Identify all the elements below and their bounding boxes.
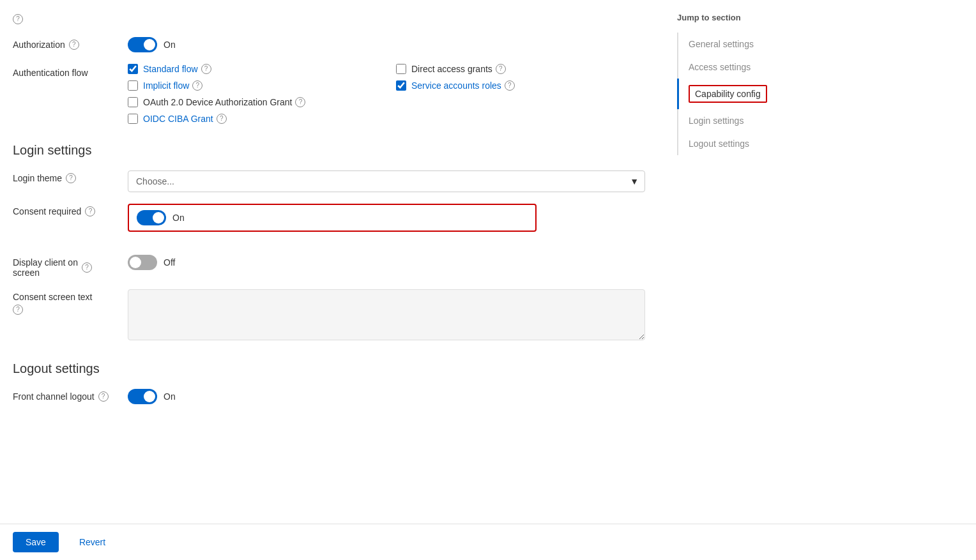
authentication-flow-label: Authentication flow bbox=[13, 64, 128, 78]
front-channel-logout-label-val: On bbox=[164, 391, 176, 402]
oidc-ciba-item: OIDC CIBA Grant ? bbox=[128, 114, 639, 124]
authorization-toggle-label: On bbox=[164, 40, 176, 50]
sidebar-capability-box: Capability config bbox=[689, 85, 767, 103]
front-channel-logout-toggle[interactable] bbox=[128, 389, 157, 404]
revert-button[interactable]: Revert bbox=[69, 532, 116, 552]
service-accounts-label[interactable]: Service accounts roles ? bbox=[411, 80, 515, 91]
authorization-toggle-container: On bbox=[128, 37, 639, 52]
front-channel-logout-toggle-container: On bbox=[128, 389, 639, 404]
sidebar-item-capability[interactable]: Capability config bbox=[689, 79, 805, 109]
authentication-flow-row: Authentication flow Standard flow ? bbox=[13, 64, 639, 124]
sidebar-item-logout[interactable]: Logout settings bbox=[689, 132, 805, 155]
consent-toggle-thumb bbox=[153, 212, 164, 223]
login-theme-row: Login theme ? Choose... ▼ bbox=[13, 170, 639, 192]
display-client-toggle-label: Off bbox=[164, 257, 175, 268]
oauth-device-checkbox[interactable] bbox=[128, 97, 138, 107]
implicit-flow-help-icon[interactable]: ? bbox=[192, 80, 202, 91]
oauth-device-help-icon[interactable]: ? bbox=[295, 97, 305, 107]
oauth-device-item: OAuth 2.0 Device Authorization Grant ? bbox=[128, 97, 639, 107]
login-theme-help-icon[interactable]: ? bbox=[66, 173, 76, 183]
authorization-toggle-track bbox=[128, 37, 157, 52]
display-client-label: Display client on screen ? bbox=[13, 255, 128, 278]
direct-access-checkbox[interactable] bbox=[396, 64, 406, 74]
direct-access-item: Direct access grants ? bbox=[396, 64, 639, 74]
login-theme-select-wrapper: Choose... ▼ bbox=[128, 170, 645, 192]
direct-access-help-icon[interactable]: ? bbox=[496, 64, 506, 74]
front-channel-toggle-thumb bbox=[144, 391, 155, 402]
login-settings-heading: Login settings bbox=[13, 143, 639, 158]
authorization-help-icon[interactable]: ? bbox=[69, 40, 79, 50]
sidebar: Jump to section General settings Access … bbox=[664, 0, 818, 560]
consent-required-highlighted: On bbox=[128, 204, 537, 232]
display-client-toggle-container: Off bbox=[128, 255, 639, 270]
service-accounts-help-icon[interactable]: ? bbox=[505, 80, 515, 91]
display-client-toggle-track bbox=[128, 255, 157, 270]
sidebar-nav: General settings Access settings Capabil… bbox=[677, 33, 805, 155]
authentication-flow-options: Standard flow ? Direct access grants ? bbox=[128, 64, 639, 124]
display-client-toggle-thumb bbox=[130, 257, 141, 268]
consent-required-toggle[interactable] bbox=[137, 210, 166, 225]
consent-toggle-track bbox=[137, 210, 166, 225]
consent-required-row: Consent required ? On bbox=[13, 204, 639, 243]
consent-screen-text-textarea[interactable] bbox=[128, 289, 645, 340]
save-button[interactable]: Save bbox=[13, 532, 59, 552]
oidc-ciba-checkbox[interactable] bbox=[128, 114, 138, 124]
standard-flow-label[interactable]: Standard flow ? bbox=[143, 64, 211, 74]
standard-flow-checkbox[interactable] bbox=[128, 64, 138, 74]
sidebar-item-general[interactable]: General settings bbox=[689, 33, 805, 56]
authorization-toggle[interactable] bbox=[128, 37, 157, 52]
sidebar-item-access[interactable]: Access settings bbox=[689, 56, 805, 79]
logout-settings-heading: Logout settings bbox=[13, 361, 639, 376]
sidebar-heading: Jump to section bbox=[677, 13, 805, 22]
sidebar-item-login[interactable]: Login settings bbox=[689, 109, 805, 132]
consent-required-help-icon[interactable]: ? bbox=[85, 206, 95, 216]
oauth-device-label[interactable]: OAuth 2.0 Device Authorization Grant ? bbox=[143, 97, 305, 107]
consent-required-toggle-label: On bbox=[172, 213, 185, 223]
direct-access-label[interactable]: Direct access grants ? bbox=[411, 64, 506, 74]
login-theme-label: Login theme ? bbox=[13, 170, 128, 183]
service-accounts-checkbox[interactable] bbox=[396, 80, 406, 91]
consent-screen-text-help-icon[interactable]: ? bbox=[13, 305, 23, 315]
display-client-row: Display client on screen ? Off bbox=[13, 255, 639, 278]
standard-flow-help-icon[interactable]: ? bbox=[201, 64, 211, 74]
top-help-icon[interactable]: ? bbox=[13, 14, 23, 24]
display-client-toggle[interactable] bbox=[128, 255, 157, 270]
implicit-flow-item: Implicit flow ? bbox=[128, 80, 370, 91]
implicit-flow-label[interactable]: Implicit flow ? bbox=[143, 80, 202, 91]
consent-required-label: Consent required ? bbox=[13, 204, 128, 216]
authorization-row: Authorization ? On bbox=[13, 37, 639, 52]
oidc-ciba-label[interactable]: OIDC CIBA Grant ? bbox=[143, 114, 227, 124]
oidc-ciba-help-icon[interactable]: ? bbox=[217, 114, 227, 124]
authorization-label: Authorization ? bbox=[13, 37, 128, 50]
front-channel-logout-row: Front channel logout ? On bbox=[13, 389, 639, 404]
authorization-toggle-thumb bbox=[144, 39, 155, 50]
display-client-help-icon[interactable]: ? bbox=[82, 262, 92, 273]
front-channel-logout-label: Front channel logout ? bbox=[13, 389, 128, 402]
login-theme-select[interactable]: Choose... bbox=[128, 170, 645, 192]
standard-flow-item: Standard flow ? bbox=[128, 64, 370, 74]
consent-screen-text-row: Consent screen text ? bbox=[13, 289, 639, 342]
service-accounts-item: Service accounts roles ? bbox=[396, 80, 639, 91]
action-bar: Save Revert bbox=[0, 524, 976, 560]
implicit-flow-checkbox[interactable] bbox=[128, 80, 138, 91]
front-channel-logout-help-icon[interactable]: ? bbox=[98, 391, 109, 402]
consent-screen-text-label: Consent screen text ? bbox=[13, 289, 128, 315]
front-channel-toggle-track bbox=[128, 389, 157, 404]
